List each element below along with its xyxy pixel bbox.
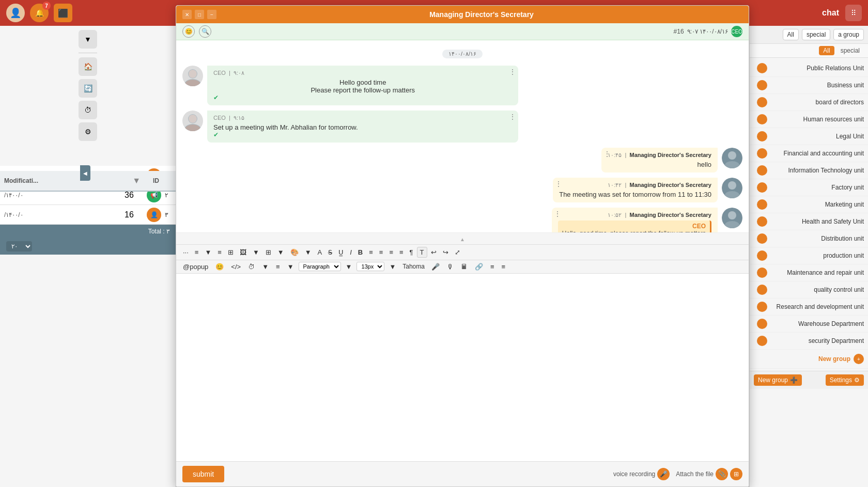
message-more-btn[interactable]: ⋮ bbox=[509, 68, 516, 76]
paragraph-style-select[interactable]: Paragraph Heading 1 Heading 2 bbox=[299, 262, 341, 271]
mic2-btn[interactable]: 🎙 bbox=[444, 262, 456, 272]
rs-filter-tabs: All special bbox=[750, 44, 868, 58]
modal-minimize-btn[interactable]: − bbox=[207, 10, 216, 19]
toolbar-align-left-btn[interactable]: ≡ bbox=[366, 247, 376, 257]
sort-dropdown[interactable]: ▼ bbox=[132, 176, 141, 185]
group-name: quality control unit bbox=[767, 286, 864, 293]
popup-btn[interactable]: @popup bbox=[180, 262, 211, 272]
group-item[interactable]: Research and development unit bbox=[750, 299, 868, 316]
message-more-btn[interactable]: ⋮ bbox=[509, 113, 516, 121]
rs-special-tab[interactable]: special bbox=[836, 46, 864, 55]
fontsize-dropdown[interactable]: ▼ bbox=[386, 262, 398, 272]
modal-maximize-btn[interactable]: □ bbox=[195, 10, 204, 19]
mic1-btn[interactable]: 🎤 bbox=[429, 262, 442, 272]
sidebar-filter2-icon[interactable]: ⚙ bbox=[79, 122, 97, 141]
group-item[interactable]: Public Relations Unit bbox=[750, 60, 868, 77]
notification-icon[interactable]: 🔔 7 bbox=[30, 4, 49, 22]
submit-button[interactable]: submit bbox=[182, 466, 224, 482]
toolbar-image-dropdown[interactable]: ▼ bbox=[250, 247, 262, 257]
link-btn[interactable]: 🔗 bbox=[472, 262, 486, 272]
msg-meta: ۱۰:۴۲ | Managing Director's Secretary bbox=[559, 182, 711, 188]
page-size-select[interactable]: ۲۰ ۵۰ ۱۰۰ bbox=[6, 241, 32, 252]
sidebar-clock-icon[interactable]: ⏱ bbox=[79, 101, 97, 119]
smiley-icon[interactable]: 😊 bbox=[182, 25, 195, 38]
history-btn[interactable]: ⏱ bbox=[245, 262, 257, 272]
group-item[interactable]: Warehouse Department bbox=[750, 316, 868, 333]
attach-file-btn[interactable]: Attach the file 📎 ⊞ bbox=[676, 468, 742, 480]
group-item[interactable]: board of directors bbox=[750, 94, 868, 111]
toolbar-fullscreen-btn[interactable]: ⤢ bbox=[452, 247, 463, 257]
toolbar-justify-btn[interactable]: ≡ bbox=[397, 247, 406, 257]
toolbar-strikethrough-btn[interactable]: S̶ bbox=[326, 247, 335, 257]
calculator-btn[interactable]: 🖩 bbox=[458, 262, 470, 272]
toolbar-highlight-btn[interactable]: 🎨 bbox=[288, 247, 301, 257]
apps-grid-icon[interactable]: ⠿ bbox=[845, 5, 862, 21]
group-item[interactable]: Marketing unit bbox=[750, 196, 868, 213]
chat-messages[interactable]: ۱۴۰۰/۰۸/۱۶ ⋮ CEO | ۹:۰۸ bbox=[176, 40, 749, 232]
toolbar-align-center-btn[interactable]: ≡ bbox=[377, 247, 386, 257]
message-more-btn[interactable]: ⋮ bbox=[555, 180, 562, 188]
toolbar-align-right-btn[interactable]: ≡ bbox=[386, 247, 396, 257]
toolbar-list-ol-btn[interactable]: ▼ bbox=[202, 247, 214, 257]
editor-content-area[interactable] bbox=[176, 274, 749, 462]
toolbar-underline-btn[interactable]: U̲ bbox=[336, 247, 346, 257]
history-dropdown[interactable]: ▼ bbox=[259, 262, 271, 272]
group-item[interactable]: security Department bbox=[750, 333, 868, 350]
message-more-btn[interactable]: ⋮ bbox=[554, 210, 561, 218]
font-size-select[interactable]: 13px 12px 14px 16px bbox=[357, 262, 384, 271]
toolbar-undo-btn[interactable]: ↪ bbox=[440, 247, 451, 257]
toolbar-block-btn[interactable]: ⊞ bbox=[225, 247, 236, 257]
toolbar-checklist-btn[interactable]: ≡ bbox=[215, 247, 224, 257]
toolbar-bold-btn[interactable]: B bbox=[355, 247, 365, 257]
group-item[interactable]: production unit bbox=[750, 247, 868, 264]
toolbar-image-btn[interactable]: 🖼 bbox=[237, 247, 249, 257]
sidebar-filter-icon[interactable]: ▼ bbox=[79, 30, 97, 49]
group-item[interactable]: Health and Safety Unit bbox=[750, 213, 868, 230]
sidebar-home-icon[interactable]: 🏠 bbox=[79, 57, 97, 76]
list-indent-btn[interactable]: ≡ bbox=[488, 262, 497, 272]
sidebar-collapse-btn[interactable]: ◀ bbox=[80, 165, 90, 181]
sidebar-refresh-icon[interactable]: 🔄 bbox=[79, 79, 97, 98]
toolbar-rtl-btn[interactable]: ¶ bbox=[407, 247, 416, 257]
all-tab-btn[interactable]: All bbox=[783, 29, 799, 40]
group-item[interactable]: quality control unit bbox=[750, 281, 868, 299]
voice-recording-btn[interactable]: voice recording 🎤 bbox=[613, 468, 670, 480]
app-icon[interactable]: ⬛ bbox=[54, 4, 72, 22]
toolbar-more-btn[interactable]: ··· bbox=[180, 247, 191, 257]
toolbar-table-btn[interactable]: ⊞ bbox=[263, 247, 274, 257]
date-badge: ۱۴۰۰/۰۸/۱۶ bbox=[442, 50, 483, 58]
msg-sender: Managing Director's Secretary bbox=[629, 212, 711, 218]
group-item[interactable]: Factory unit bbox=[750, 179, 868, 196]
new-group-item[interactable]: New group + bbox=[750, 350, 868, 369]
table-row[interactable]: ۱۴۰۰/۰/ 16 👤 ۳ bbox=[0, 205, 176, 225]
toolbar-highlight-dropdown[interactable]: ▼ bbox=[302, 247, 314, 257]
new-group-button[interactable]: New group ➕ bbox=[754, 374, 802, 386]
group-item[interactable]: Business unit bbox=[750, 77, 868, 94]
user-avatar[interactable]: 👤 bbox=[6, 4, 25, 22]
toolbar-format-btn[interactable]: T bbox=[417, 247, 427, 258]
toolbar-list-ul-btn[interactable]: ≡ bbox=[192, 247, 202, 257]
group-item[interactable]: Financial and accounting unit bbox=[750, 145, 868, 162]
toolbar-table-dropdown[interactable]: ▼ bbox=[275, 247, 287, 257]
line-height-dropdown[interactable]: ▼ bbox=[285, 262, 297, 272]
group-item[interactable]: Human resources unit bbox=[750, 111, 868, 128]
group-item[interactable]: Information Technology unit bbox=[750, 162, 868, 179]
message-more-btn[interactable]: ⋮ bbox=[603, 150, 611, 158]
modal-close-btn[interactable]: ✕ bbox=[182, 10, 192, 19]
emoji-btn[interactable]: 😊 bbox=[213, 262, 226, 272]
settings-button[interactable]: Settings ⚙ bbox=[826, 374, 864, 386]
toolbar-redo-btn[interactable]: ↩ bbox=[428, 247, 439, 257]
group-item[interactable]: Maintenance and repair unit bbox=[750, 264, 868, 281]
rs-all-tab[interactable]: All bbox=[819, 46, 834, 55]
toolbar-italic-btn[interactable]: I bbox=[347, 247, 354, 257]
toolbar-font-color-btn[interactable]: A bbox=[315, 247, 325, 257]
line-height-btn[interactable]: ≡ bbox=[273, 262, 283, 272]
a-group-tab-btn[interactable]: a group bbox=[833, 29, 864, 40]
list-outdent-btn[interactable]: ≡ bbox=[499, 262, 508, 272]
group-item[interactable]: Distribution unit bbox=[750, 230, 868, 247]
special-tab-btn[interactable]: special bbox=[802, 29, 830, 40]
para-dropdown[interactable]: ▼ bbox=[343, 262, 355, 272]
code-btn[interactable]: </> bbox=[228, 262, 243, 272]
group-item[interactable]: Legal Unit bbox=[750, 128, 868, 145]
search-icon[interactable]: 🔍 bbox=[199, 25, 211, 38]
